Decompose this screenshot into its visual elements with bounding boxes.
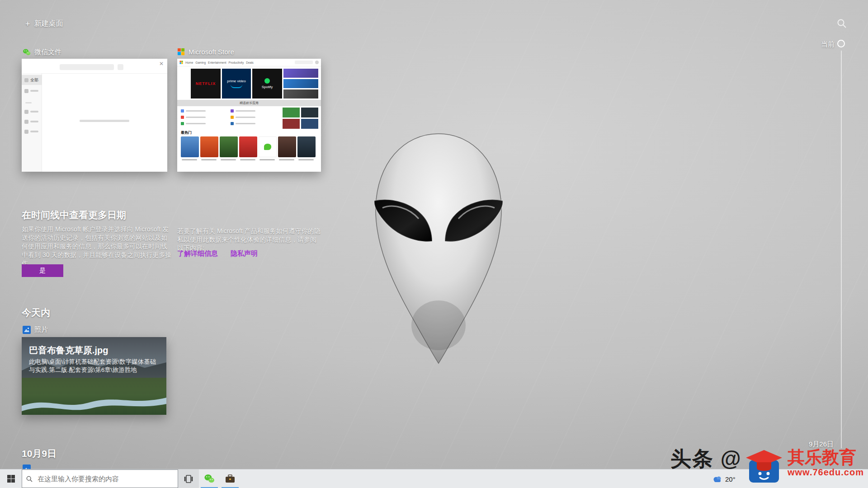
brand-text-block: 其乐教育 www.76edu.com xyxy=(788,447,864,485)
briefcase-icon xyxy=(225,474,235,483)
text-placeholder-bar xyxy=(30,121,38,122)
text-placeholder-bar xyxy=(279,159,294,160)
taskbar-wechat-button[interactable] xyxy=(199,469,220,488)
learn-more-link[interactable]: 了解详细信息 xyxy=(177,249,218,258)
text-placeholder-bar xyxy=(201,159,217,160)
wechat-sidebar-item xyxy=(22,107,42,117)
wechat-window-thumbnail[interactable]: ✕ 全部 xyxy=(22,59,167,172)
brand-watermark: 其乐教育 www.76edu.com xyxy=(745,447,864,485)
oct9-heading: 10月9日 xyxy=(22,447,57,460)
store-hot-tile xyxy=(239,136,257,157)
timeline-knob[interactable] xyxy=(837,40,845,47)
wechat-window-title: 微信文件 xyxy=(34,48,61,56)
store-hero-side-tile xyxy=(283,69,318,78)
store-grid-tile xyxy=(283,119,300,129)
store-hero-side-tile xyxy=(283,89,318,99)
taskbar-search-input[interactable] xyxy=(37,474,174,483)
alienware-head-wallpaper xyxy=(362,131,515,366)
promo-title: 在时间线中查看更多日期 xyxy=(22,209,126,221)
store-titlebar: Home Gaming Entertainment Productivity D… xyxy=(177,59,321,66)
store-hot-tile xyxy=(278,136,296,157)
timeline-track[interactable] xyxy=(841,51,842,448)
text-placeholder-bar xyxy=(182,159,197,160)
wechat-sidebar-item xyxy=(22,86,42,96)
plus-icon: + xyxy=(25,20,30,28)
photos-app-label: 照片 xyxy=(34,325,48,334)
store-hero-spotify: Spotify xyxy=(252,69,282,99)
cloud-icon xyxy=(712,475,722,483)
store-window-title: Microsoft Store xyxy=(189,48,234,56)
microsoft-store-icon xyxy=(177,48,185,56)
store-list-row xyxy=(231,122,255,125)
taskbar-search-box[interactable] xyxy=(22,469,178,488)
microsoft-store-icon xyxy=(179,61,183,64)
graduation-cap-logo xyxy=(745,447,783,485)
photos-app-icon xyxy=(23,326,31,334)
new-desktop-label: 新建桌面 xyxy=(34,19,63,28)
wechat-window-label: 微信文件 xyxy=(23,48,61,56)
store-hot-tile xyxy=(220,136,238,157)
task-view-button[interactable] xyxy=(178,469,199,488)
prime-video-logo: prime video xyxy=(227,79,245,83)
wechat-toolbar-divider xyxy=(22,73,167,74)
store-list-row xyxy=(181,109,206,113)
store-list-row xyxy=(181,116,206,119)
store-grid-tile xyxy=(283,108,300,117)
new-desktop-button[interactable]: + 新建桌面 xyxy=(25,19,63,28)
chat-icon xyxy=(24,110,28,114)
search-icon[interactable] xyxy=(836,18,847,29)
activity-file-title: 巴音布鲁克草原.jpg xyxy=(29,344,108,357)
store-grid-tile xyxy=(301,108,318,117)
brand-url: www.76edu.com xyxy=(788,467,864,478)
store-window-label: Microsoft Store xyxy=(177,48,234,56)
store-hot-heading: 最热门 xyxy=(181,130,192,135)
wechat-mini-icon xyxy=(264,144,271,150)
spotify-label: Spotify xyxy=(262,85,273,89)
netflix-logo: NETFLIX xyxy=(196,81,216,86)
start-button[interactable] xyxy=(0,469,22,488)
clock-icon xyxy=(24,89,28,93)
store-grid-tile xyxy=(301,119,318,129)
brand-name: 其乐教育 xyxy=(788,447,864,467)
photos-activity-label: 照片 xyxy=(23,325,48,334)
store-hero-side-tile xyxy=(283,79,318,88)
wechat-empty-state-text xyxy=(80,120,129,122)
task-view-icon xyxy=(184,475,193,483)
windows-logo-icon xyxy=(7,475,15,483)
wechat-icon xyxy=(204,474,215,484)
store-search-pill xyxy=(295,61,313,64)
wechat-sidebar-item xyxy=(22,117,42,127)
task-view-screen: + 新建桌面 当前 9月26日 微信文件 ✕ 全部 xyxy=(0,0,868,488)
text-placeholder-bar xyxy=(30,111,38,113)
store-list-row xyxy=(231,116,255,119)
store-hot-tile xyxy=(181,136,199,157)
taskbar-app-button[interactable] xyxy=(220,469,241,488)
text-placeholder-bar xyxy=(30,90,38,92)
weather-temp: 20° xyxy=(725,475,736,483)
promo-body-right: 若要了解有关 Microsoft 产品和服务如何遵守你的隐私以使用此数据来个性化… xyxy=(177,227,321,253)
search-icon xyxy=(26,475,33,483)
store-hero-prime-video: prime video xyxy=(222,69,251,99)
store-nav-home: Home xyxy=(185,61,193,64)
wechat-icon xyxy=(23,48,31,56)
store-hot-tile xyxy=(200,136,218,157)
store-window-thumbnail[interactable]: Home Gaming Entertainment Productivity D… xyxy=(177,59,321,172)
doc-icon xyxy=(24,130,28,134)
yes-button[interactable]: 是 xyxy=(22,264,63,277)
text-placeholder-bar xyxy=(30,131,38,132)
store-hot-tile xyxy=(297,136,316,157)
video-icon xyxy=(24,120,28,124)
folder-icon xyxy=(24,78,28,82)
store-nav-entertainment: Entertainment xyxy=(208,61,226,64)
text-placeholder-bar xyxy=(240,159,255,160)
text-placeholder-bar xyxy=(298,159,314,160)
prime-smile-arc xyxy=(231,84,242,88)
privacy-statement-link[interactable]: 隐私声明 xyxy=(231,249,258,258)
store-hero-netflix: NETFLIX xyxy=(191,69,221,99)
wechat-sidebar-item-label: 全部 xyxy=(30,77,38,83)
store-banner: 精选娱乐应用 xyxy=(177,100,321,106)
today-activity-card[interactable]: 巴音布鲁克草原.jpg 此电脑\桌面\计算机基础配套资源\数字媒体基础与实践.第… xyxy=(22,337,166,415)
close-icon: ✕ xyxy=(159,61,164,67)
wechat-search-bar xyxy=(60,64,114,70)
store-hot-tile-wechat xyxy=(259,136,277,157)
